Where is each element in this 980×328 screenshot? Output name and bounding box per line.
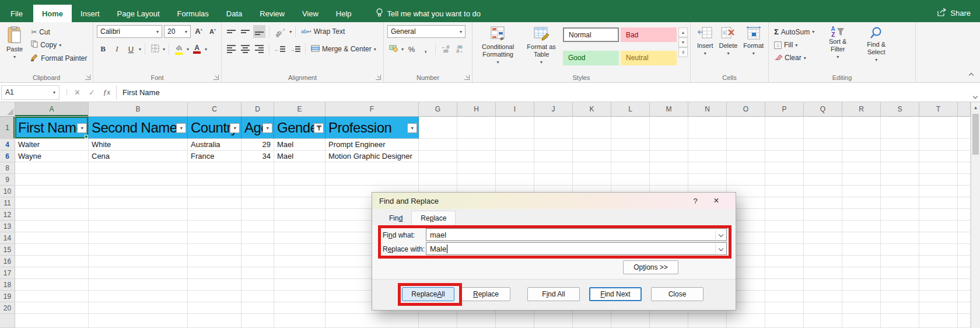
cell[interactable] xyxy=(611,151,650,162)
cell[interactable] xyxy=(650,117,688,139)
column-header-H[interactable]: H xyxy=(457,102,496,117)
cell[interactable] xyxy=(881,244,919,256)
row-header-partial[interactable] xyxy=(0,314,15,328)
cell[interactable] xyxy=(326,314,419,328)
cell[interactable] xyxy=(688,139,727,151)
cell[interactable] xyxy=(15,232,89,244)
replace-with-dropdown[interactable] xyxy=(715,243,726,254)
cell[interactable] xyxy=(804,267,842,279)
increase-indent-button[interactable]: → xyxy=(288,43,302,55)
font-size-combo[interactable]: 20▾ xyxy=(164,25,191,38)
cell[interactable] xyxy=(958,221,971,232)
cell[interactable] xyxy=(496,314,534,328)
cell[interactable] xyxy=(842,209,881,221)
font-dialog-launcher[interactable]: ↘ xyxy=(214,75,219,80)
align-center-button[interactable] xyxy=(239,43,251,55)
cell[interactable] xyxy=(919,244,958,256)
cell[interactable] xyxy=(188,162,242,174)
cell[interactable] xyxy=(804,279,842,291)
cell[interactable] xyxy=(881,232,919,244)
cell[interactable]: 34 xyxy=(242,151,274,162)
cell[interactable] xyxy=(727,151,765,162)
cell[interactable] xyxy=(727,314,765,328)
cell[interactable] xyxy=(611,174,650,186)
cell[interactable] xyxy=(765,162,804,174)
cell[interactable] xyxy=(650,162,688,174)
cell-F1[interactable]: Profession▾ xyxy=(326,117,419,139)
cell[interactable] xyxy=(611,117,650,139)
styles-gallery-down[interactable]: ▼ xyxy=(678,37,688,47)
tab-page-layout[interactable]: Page Layout xyxy=(108,5,169,22)
column-header-B[interactable]: B xyxy=(89,102,188,117)
column-header-C[interactable]: C xyxy=(188,102,242,117)
cell[interactable] xyxy=(842,244,881,256)
number-format-combo[interactable]: General▾ xyxy=(387,25,466,38)
cell[interactable] xyxy=(765,117,804,139)
cell[interactable] xyxy=(727,162,765,174)
cell[interactable] xyxy=(804,302,842,314)
cell[interactable] xyxy=(611,314,650,328)
cell[interactable]: Australia xyxy=(188,139,242,151)
cell[interactable] xyxy=(919,197,958,209)
cell[interactable] xyxy=(89,256,188,267)
cell[interactable] xyxy=(15,267,89,279)
cell[interactable] xyxy=(419,314,457,328)
cell[interactable] xyxy=(919,279,958,291)
cell[interactable] xyxy=(534,162,573,174)
cell[interactable]: White xyxy=(89,139,188,151)
cell[interactable] xyxy=(804,151,842,162)
close-button[interactable]: Close xyxy=(651,287,704,301)
column-header-E[interactable]: E xyxy=(274,102,326,117)
column-header-K[interactable]: K xyxy=(573,102,611,117)
cell[interactable] xyxy=(765,209,804,221)
row-header-12[interactable]: 12 xyxy=(0,209,15,221)
merge-center-dropdown[interactable]: ▾ xyxy=(374,47,376,52)
cell[interactable] xyxy=(457,314,496,328)
scrollbar-thumb[interactable] xyxy=(972,114,979,155)
cell[interactable] xyxy=(881,186,919,197)
formula-input[interactable]: First Name xyxy=(123,88,160,97)
cell[interactable] xyxy=(188,232,242,244)
expand-formula-bar-button[interactable] xyxy=(974,90,977,100)
cell[interactable] xyxy=(881,291,919,302)
format-painter-button[interactable]: Format Painter xyxy=(29,53,89,64)
cell[interactable] xyxy=(496,174,534,186)
cell[interactable] xyxy=(842,186,881,197)
cell[interactable] xyxy=(242,186,274,197)
row-header-20[interactable]: 20 xyxy=(0,302,15,314)
row-header-16[interactable]: 16 xyxy=(0,256,15,267)
cell[interactable] xyxy=(242,221,274,232)
column-header-J[interactable]: J xyxy=(534,102,573,117)
column-header-F[interactable]: F xyxy=(326,102,419,117)
cell[interactable] xyxy=(188,279,242,291)
cell[interactable] xyxy=(919,302,958,314)
cell[interactable] xyxy=(958,302,971,314)
cell[interactable] xyxy=(457,174,496,186)
cell[interactable] xyxy=(804,221,842,232)
cell[interactable] xyxy=(242,244,274,256)
cell[interactable] xyxy=(842,197,881,209)
replace-all-button[interactable]: Replace All xyxy=(402,287,454,301)
cell[interactable] xyxy=(688,151,727,162)
row-header-10[interactable]: 10 xyxy=(0,186,15,197)
cell[interactable] xyxy=(765,174,804,186)
cell[interactable] xyxy=(958,244,971,256)
insert-cells-button[interactable]: Insert▾ xyxy=(694,25,716,72)
cell[interactable] xyxy=(89,244,188,256)
cell[interactable] xyxy=(89,232,188,244)
cell[interactable] xyxy=(727,117,765,139)
cell[interactable] xyxy=(765,186,804,197)
row-header-19[interactable]: 19 xyxy=(0,291,15,302)
bold-button[interactable]: B xyxy=(97,43,109,55)
underline-dropdown[interactable]: ▾ xyxy=(139,47,141,52)
cell[interactable] xyxy=(919,256,958,267)
options-button[interactable]: Options >> xyxy=(623,260,678,274)
column-header-O[interactable]: O xyxy=(727,102,765,117)
cell[interactable] xyxy=(804,291,842,302)
cell[interactable] xyxy=(15,291,89,302)
row-header-11[interactable]: 11 xyxy=(0,197,15,209)
cell[interactable] xyxy=(842,151,881,162)
cell[interactable] xyxy=(188,209,242,221)
orientation-dropdown[interactable]: ▾ xyxy=(289,29,292,34)
filter-button-country[interactable]: ▾ xyxy=(230,123,240,133)
